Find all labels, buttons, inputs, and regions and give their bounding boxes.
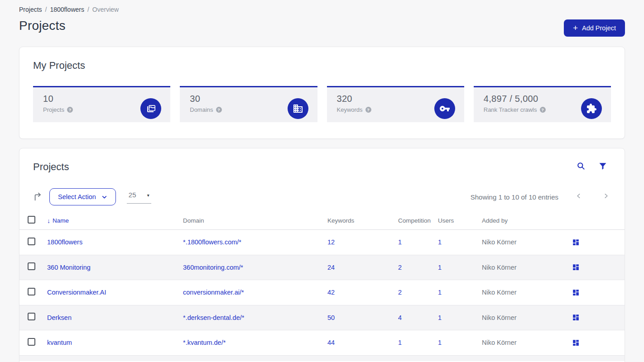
- column-header-keywords[interactable]: Keywords: [327, 217, 398, 224]
- column-header-name[interactable]: ↓ Name: [47, 217, 183, 224]
- added-by: Niko Körner: [482, 264, 572, 271]
- stat-label: Keywords: [337, 106, 363, 113]
- stat-card-keywords: 320 Keywords ?: [327, 86, 464, 122]
- dashboard-icon[interactable]: [572, 238, 625, 246]
- project-domain-link[interactable]: 360monitoring.com/*: [183, 264, 243, 271]
- table-toolbar: Select Action 25 ▾ Showing 1 to 10 of 10…: [33, 188, 611, 205]
- projects-table-panel: Projects Se: [19, 148, 625, 362]
- competition-count: 2: [398, 289, 438, 296]
- filter-icon[interactable]: [598, 162, 607, 172]
- column-header-added-by[interactable]: Added by: [482, 217, 572, 224]
- breadcrumb-separator: /: [87, 6, 89, 13]
- help-icon[interactable]: ?: [365, 107, 371, 113]
- dashboard-icon[interactable]: [572, 289, 625, 296]
- select-all-checkbox[interactable]: [28, 216, 35, 224]
- stat-card-domains: 30 Domains ?: [180, 86, 317, 122]
- search-icon[interactable]: [577, 162, 586, 172]
- stat-value: 30: [190, 94, 221, 104]
- stat-value: 4,897 / 5,000: [484, 94, 546, 104]
- keywords-count: 12: [327, 238, 398, 246]
- stat-label: Rank Tracker crawls: [484, 106, 537, 113]
- dashboard-icon[interactable]: [572, 314, 625, 321]
- puzzle-icon: [581, 98, 602, 119]
- sort-desc-icon: ↓: [47, 217, 50, 224]
- project-name-link[interactable]: 1800flowers: [47, 238, 82, 246]
- users-count: 1: [438, 264, 482, 271]
- breadcrumb-1800flowers[interactable]: 1800flowers: [50, 6, 84, 13]
- page-title: Projects: [19, 19, 66, 33]
- added-by: Niko Körner: [482, 289, 572, 296]
- breadcrumb-separator: /: [45, 6, 47, 13]
- help-icon[interactable]: ?: [540, 107, 546, 113]
- dashboard-icon[interactable]: [572, 263, 625, 271]
- row-checkbox[interactable]: [28, 238, 35, 245]
- showing-entries-text: Showing 1 to 10 of 10 entries: [471, 193, 558, 201]
- column-header-users[interactable]: Users: [438, 217, 482, 224]
- breadcrumb-projects[interactable]: Projects: [19, 6, 42, 13]
- plus-icon: +: [573, 24, 578, 32]
- chevron-left-icon[interactable]: [576, 193, 582, 201]
- chevron-right-icon[interactable]: [603, 193, 609, 201]
- project-name-link[interactable]: Conversionmaker.AI: [47, 289, 106, 296]
- stats-row: 10 Projects ? 30: [33, 86, 611, 122]
- key-icon: [434, 98, 455, 119]
- page-size-value: 25: [129, 191, 136, 199]
- row-checkbox[interactable]: [28, 288, 35, 295]
- stat-label: Projects: [43, 106, 64, 113]
- projects-folders-icon: [140, 98, 161, 119]
- stat-value: 320: [337, 94, 371, 104]
- competition-count: 1: [398, 238, 438, 246]
- stat-label: Domains: [190, 106, 213, 113]
- added-by: Niko Körner: [482, 339, 572, 346]
- select-action-label: Select Action: [58, 193, 96, 200]
- projects-table-title: Projects: [33, 161, 69, 173]
- row-checkbox[interactable]: [28, 262, 35, 270]
- stat-card-crawls: 4,897 / 5,000 Rank Tracker crawls ?: [474, 86, 611, 122]
- competition-count: 4: [398, 314, 438, 321]
- page-header: Projects + Add Project: [19, 19, 625, 37]
- added-by: Niko Körner: [482, 314, 572, 321]
- table-row: 1800flowers *.1800flowers.com/* 12 1 1 N…: [19, 230, 625, 255]
- row-checkbox[interactable]: [28, 313, 35, 320]
- stat-card-projects: 10 Projects ?: [33, 86, 170, 122]
- add-project-button[interactable]: + Add Project: [564, 19, 625, 37]
- users-count: 1: [438, 238, 482, 246]
- users-count: 1: [438, 339, 482, 346]
- table-header-row: ↓ Name Domain Keywords Competition Users…: [19, 212, 625, 230]
- partial-next-row: [19, 356, 625, 361]
- table-row: Conversionmaker.AI conversionmaker.ai/* …: [19, 280, 625, 305]
- project-domain-link[interactable]: *.derksen-dental.de/*: [183, 314, 244, 321]
- dashboard-icon[interactable]: [572, 339, 625, 347]
- keywords-count: 44: [327, 339, 398, 346]
- added-by: Niko Körner: [482, 238, 572, 246]
- project-domain-link[interactable]: *.1800flowers.com/*: [183, 238, 241, 246]
- project-name-link[interactable]: Derksen: [47, 314, 72, 321]
- help-icon[interactable]: ?: [67, 107, 73, 113]
- breadcrumb-overview: Overview: [92, 6, 119, 13]
- dropdown-caret-icon: ▾: [147, 193, 149, 198]
- projects-table: ↓ Name Domain Keywords Competition Users…: [19, 212, 625, 361]
- add-project-label: Add Project: [582, 24, 616, 32]
- table-row: kvantum *.kvantum.de/* 44 1 1 Niko Körne…: [19, 330, 625, 356]
- breadcrumb: Projects / 1800flowers / Overview: [19, 6, 625, 13]
- chevron-down-icon: [101, 194, 107, 200]
- project-domain-link[interactable]: conversionmaker.ai/*: [183, 289, 244, 296]
- column-header-competition[interactable]: Competition: [398, 217, 438, 224]
- page-size-select[interactable]: 25 ▾: [127, 190, 151, 204]
- column-header-domain[interactable]: Domain: [183, 217, 327, 224]
- my-projects-title: My Projects: [33, 60, 611, 71]
- keywords-count: 50: [327, 314, 398, 321]
- stat-value: 10: [43, 94, 73, 104]
- keywords-count: 42: [327, 289, 398, 296]
- users-count: 1: [438, 314, 482, 321]
- select-action-dropdown[interactable]: Select Action: [49, 188, 116, 205]
- help-icon[interactable]: ?: [216, 107, 222, 113]
- table-row: Derksen *.derksen-dental.de/* 50 4 1 Nik…: [19, 305, 625, 331]
- project-name-link[interactable]: kvantum: [47, 339, 72, 346]
- project-name-link[interactable]: 360 Monitoring: [47, 264, 91, 271]
- project-domain-link[interactable]: *.kvantum.de/*: [183, 339, 226, 346]
- keywords-count: 24: [327, 264, 398, 271]
- export-arrow-icon[interactable]: [33, 192, 43, 202]
- row-checkbox[interactable]: [28, 338, 35, 346]
- competition-count: 1: [398, 339, 438, 346]
